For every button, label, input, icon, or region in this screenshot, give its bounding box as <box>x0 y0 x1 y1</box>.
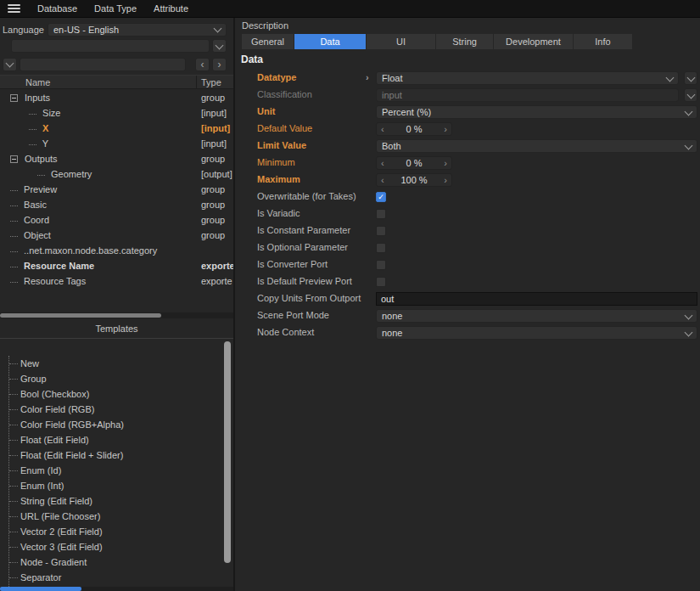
tree-row-label: Y <box>42 138 48 149</box>
chevron-down-icon <box>216 42 223 50</box>
template-item-string-edit[interactable]: String (Edit Field) <box>9 493 216 509</box>
is-optional-parameter-label: Is Optional Parameter <box>257 242 348 252</box>
templates-horizontal-scrollbar[interactable] <box>0 587 233 591</box>
scene-port-mode-label: Scene Port Mode <box>257 310 329 320</box>
resource-name-field[interactable] <box>11 39 210 53</box>
limit-value-dropdown[interactable]: Both <box>376 139 697 153</box>
tree-row-category[interactable]: ..net.maxon.node.base.category <box>0 243 233 258</box>
scrollbar-thumb[interactable] <box>224 341 231 563</box>
tree-row-geometry[interactable]: Geometry [output] <box>0 166 233 182</box>
datatype-options-button[interactable] <box>684 71 697 85</box>
tab-development[interactable]: Development <box>494 34 574 49</box>
is-default-preview-port-label: Is Default Preview Port <box>257 276 352 286</box>
left-panel: Language en-US - English ‹ › Name Type I… <box>0 18 235 591</box>
filter-field[interactable] <box>20 58 186 71</box>
template-item-separator[interactable]: Separator <box>9 570 216 585</box>
description-panel: Description General Data UI String Devel… <box>237 18 700 591</box>
minimum-value[interactable]: 0 % <box>384 158 445 168</box>
expand-arrow-icon[interactable]: › <box>366 72 369 82</box>
tree-row-inputs[interactable]: Inputs group <box>0 90 233 105</box>
node-context-dropdown[interactable]: none <box>376 326 697 340</box>
field-row-is-variadic: Is Variadic <box>237 205 700 222</box>
node-context-value: none <box>382 328 402 338</box>
template-item-node-gradient[interactable]: Node - Gradient <box>9 554 216 570</box>
tree-row-basic[interactable]: Basic group <box>0 197 233 212</box>
default-value-stepper[interactable]: ‹ 0 % › <box>376 122 452 136</box>
tree-row-object[interactable]: Object group <box>0 228 233 243</box>
collapse-icon[interactable] <box>10 155 18 163</box>
scrollbar-thumb[interactable] <box>0 587 81 591</box>
tree-row-outputs[interactable]: Outputs group <box>0 151 233 166</box>
template-item-color-rgb[interactable]: Color Field (RGB) <box>9 402 216 417</box>
tab-data[interactable]: Data <box>294 34 367 49</box>
template-item-url-chooser[interactable]: URL (File Chooser) <box>9 509 216 524</box>
is-variadic-checkbox[interactable] <box>376 209 386 219</box>
language-dropdown[interactable]: en-US - English <box>48 23 227 37</box>
overwritable-checkbox[interactable]: ✓ <box>376 192 386 202</box>
is-optional-parameter-checkbox[interactable] <box>376 243 386 253</box>
unit-value: Percent (%) <box>382 107 431 117</box>
default-value[interactable]: 0 % <box>384 124 445 134</box>
increment-icon[interactable]: › <box>444 125 447 134</box>
templates-list: New Group Bool (Checkbox) Color Field (R… <box>8 356 216 587</box>
templates-vertical-scrollbar[interactable] <box>224 341 231 583</box>
template-item-vector3[interactable]: Vector 3 (Edit Field) <box>9 539 216 554</box>
template-item-enum-id[interactable]: Enum (Id) <box>9 463 216 478</box>
tree-row-size[interactable]: Size [input] <box>0 105 233 121</box>
description-label: Description <box>242 20 288 31</box>
unit-label: Unit <box>257 106 275 116</box>
template-item-float-edit[interactable]: Float (Edit Field) <box>9 432 216 447</box>
scene-port-mode-dropdown[interactable]: none <box>376 309 697 323</box>
menu-attribute[interactable]: Attribute <box>154 3 188 14</box>
template-item-enum-int[interactable]: Enum (Int) <box>9 478 216 493</box>
classification-options-button[interactable] <box>684 88 697 102</box>
tab-general[interactable]: General <box>242 34 294 49</box>
template-item-new[interactable]: New <box>9 356 216 371</box>
increment-icon[interactable]: › <box>444 159 447 168</box>
node-resource-editor: Database Data Type Attribute Language en… <box>0 0 700 591</box>
scrollbar-thumb[interactable] <box>0 313 161 318</box>
hamburger-menu-icon[interactable] <box>8 4 20 13</box>
menu-database[interactable]: Database <box>37 3 77 14</box>
tree-horizontal-scrollbar[interactable] <box>0 312 233 318</box>
tree-row-coord[interactable]: Coord group <box>0 212 233 228</box>
menu-data-type[interactable]: Data Type <box>94 3 137 14</box>
collapse-icon[interactable] <box>10 94 18 102</box>
is-converter-port-checkbox[interactable] <box>376 260 386 270</box>
increment-icon[interactable]: › <box>444 176 447 185</box>
tab-string[interactable]: String <box>436 34 494 49</box>
minimum-stepper[interactable]: ‹ 0 % › <box>376 156 452 170</box>
tree-column-header[interactable]: Name Type <box>0 75 233 89</box>
template-item-float-slider[interactable]: Float (Edit Field + Slider) <box>9 447 216 463</box>
tab-info[interactable]: Info <box>574 34 633 49</box>
template-item-vector2[interactable]: Vector 2 (Edit Field) <box>9 524 216 539</box>
is-constant-parameter-checkbox[interactable] <box>376 226 386 236</box>
chevron-down-icon <box>685 312 692 320</box>
resource-dropdown-button[interactable] <box>212 39 227 53</box>
filter-dropdown-button[interactable] <box>3 58 17 71</box>
tab-ui[interactable]: UI <box>367 34 436 49</box>
history-back-button[interactable]: ‹ <box>195 58 210 71</box>
datatype-dropdown[interactable]: Float <box>376 71 679 85</box>
field-row-is-converter-port: Is Converter Port <box>237 256 700 273</box>
tree-row-x[interactable]: X [input] <box>0 121 233 136</box>
tree-row-preview[interactable]: Preview group <box>0 182 233 197</box>
tree-row-y[interactable]: Y [input] <box>0 136 233 151</box>
copy-units-input[interactable] <box>376 292 697 306</box>
maximum-value[interactable]: 100 % <box>384 175 445 185</box>
tree-row-resource-tags[interactable]: Resource Tags exporte <box>0 273 233 289</box>
classification-label: Classification <box>257 89 312 99</box>
tree-row-type: [input] <box>201 105 233 121</box>
tree-row-type: group <box>201 197 233 212</box>
history-forward-button[interactable]: › <box>212 58 227 71</box>
template-item-group[interactable]: Group <box>9 371 216 386</box>
unit-dropdown[interactable]: Percent (%) <box>376 105 697 119</box>
field-row-minimum: Minimum ‹ 0 % › <box>237 155 700 172</box>
tree-row-label: X <box>42 123 48 133</box>
tree-row-resource-name[interactable]: Resource Name exporte <box>0 258 233 273</box>
template-item-bool-checkbox[interactable]: Bool (Checkbox) <box>9 386 216 402</box>
minimum-label: Minimum <box>257 157 295 167</box>
template-item-color-rgba[interactable]: Color Field (RGB+Alpha) <box>9 417 216 432</box>
maximum-stepper[interactable]: ‹ 100 % › <box>376 173 452 187</box>
is-default-preview-port-checkbox[interactable] <box>376 277 386 287</box>
